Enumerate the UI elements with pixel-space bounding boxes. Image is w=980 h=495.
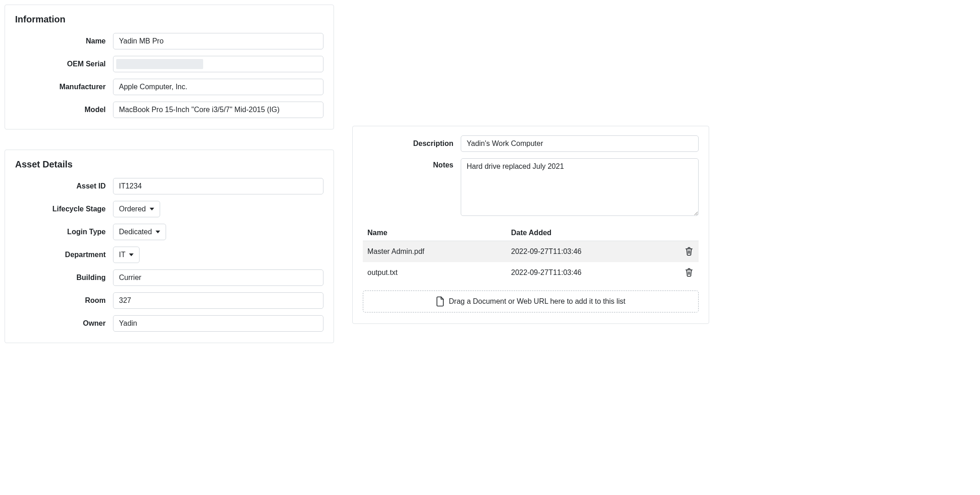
notes-textarea[interactable]: [461, 158, 699, 216]
department-value: IT: [119, 251, 125, 259]
department-dropdown[interactable]: IT: [113, 247, 140, 263]
row-model: Model: [15, 102, 323, 118]
lifecycle-stage-value: Ordered: [119, 205, 146, 213]
row-building: Building: [15, 269, 323, 286]
room-input[interactable]: [113, 292, 323, 309]
manufacturer-input[interactable]: [113, 79, 323, 95]
redacted-block: [116, 59, 203, 69]
label-model: Model: [15, 106, 113, 114]
trash-icon: [685, 268, 693, 277]
login-type-value: Dedicated: [119, 228, 152, 236]
label-oem-serial: OEM Serial: [15, 60, 113, 68]
name-input[interactable]: [113, 33, 323, 49]
building-input[interactable]: [113, 269, 323, 286]
row-asset-id: Asset ID: [15, 178, 323, 194]
label-asset-id: Asset ID: [15, 182, 113, 190]
doc-date: 2022-09-27T11:03:46: [506, 241, 679, 263]
row-oem-serial: OEM Serial: [15, 56, 323, 72]
document-dropzone[interactable]: Drag a Document or Web URL here to add i…: [363, 291, 699, 312]
table-row[interactable]: output.txt 2022-09-27T11:03:46: [363, 262, 699, 283]
row-login-type: Login Type Dedicated: [15, 224, 323, 240]
label-description: Description: [363, 140, 461, 148]
owner-input[interactable]: [113, 315, 323, 332]
doc-name: Master Admin.pdf: [363, 241, 506, 263]
caret-down-icon: [156, 231, 160, 233]
row-owner: Owner: [15, 315, 323, 332]
row-room: Room: [15, 292, 323, 309]
caret-down-icon: [129, 253, 134, 256]
label-name: Name: [15, 37, 113, 45]
description-input[interactable]: [461, 135, 699, 152]
trash-icon: [685, 247, 693, 256]
information-title: Information: [15, 14, 323, 25]
label-manufacturer: Manufacturer: [15, 83, 113, 91]
doc-name: output.txt: [363, 262, 506, 283]
col-actions: [679, 225, 699, 241]
caret-down-icon: [150, 208, 154, 210]
label-building: Building: [15, 274, 113, 282]
delete-button[interactable]: [684, 246, 694, 257]
model-input[interactable]: [113, 102, 323, 118]
document-icon: [436, 296, 444, 307]
row-manufacturer: Manufacturer: [15, 79, 323, 95]
description-card: Description Notes Name Date Added M: [352, 126, 709, 324]
row-name: Name: [15, 33, 323, 49]
col-name: Name: [363, 225, 506, 241]
doc-date: 2022-09-27T11:03:46: [506, 262, 679, 283]
documents-table: Name Date Added Master Admin.pdf 2022-09…: [363, 225, 699, 283]
row-department: Department IT: [15, 247, 323, 263]
table-row[interactable]: Master Admin.pdf 2022-09-27T11:03:46: [363, 241, 699, 263]
information-card: Information Name OEM Serial Manufacturer…: [5, 5, 334, 129]
label-room: Room: [15, 296, 113, 305]
label-notes: Notes: [363, 158, 461, 169]
col-date-added: Date Added: [506, 225, 679, 241]
label-department: Department: [15, 251, 113, 259]
dropzone-text: Drag a Document or Web URL here to add i…: [449, 297, 625, 306]
oem-serial-input[interactable]: [113, 56, 323, 72]
row-notes: Notes: [363, 158, 699, 216]
asset-id-input[interactable]: [113, 178, 323, 194]
asset-details-title: Asset Details: [15, 159, 323, 170]
label-lifecycle-stage: Lifecycle Stage: [15, 205, 113, 213]
row-lifecycle-stage: Lifecycle Stage Ordered: [15, 201, 323, 217]
documents-header-row: Name Date Added: [363, 225, 699, 241]
asset-details-card: Asset Details Asset ID Lifecycle Stage O…: [5, 150, 334, 343]
row-description: Description: [363, 135, 699, 152]
label-login-type: Login Type: [15, 228, 113, 236]
login-type-dropdown[interactable]: Dedicated: [113, 224, 166, 240]
label-owner: Owner: [15, 319, 113, 328]
lifecycle-stage-dropdown[interactable]: Ordered: [113, 201, 160, 217]
delete-button[interactable]: [684, 267, 694, 278]
